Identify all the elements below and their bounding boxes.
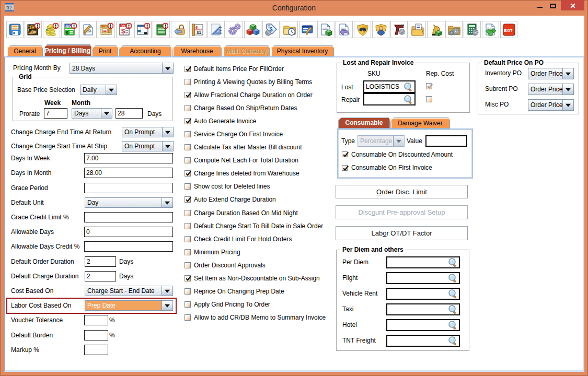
svg-text:$: $ xyxy=(121,27,125,35)
svg-text:INVC: INVC xyxy=(66,25,72,27)
svg-text:6: 6 xyxy=(195,25,198,30)
svg-text:EXIT: EXIT xyxy=(504,28,513,33)
svg-text:R2: R2 xyxy=(6,5,12,10)
svg-text:$: $ xyxy=(66,30,68,36)
svg-text:SH: SH xyxy=(29,26,34,29)
svg-text:PAY: PAY xyxy=(121,24,126,27)
svg-text:31: 31 xyxy=(197,30,201,35)
